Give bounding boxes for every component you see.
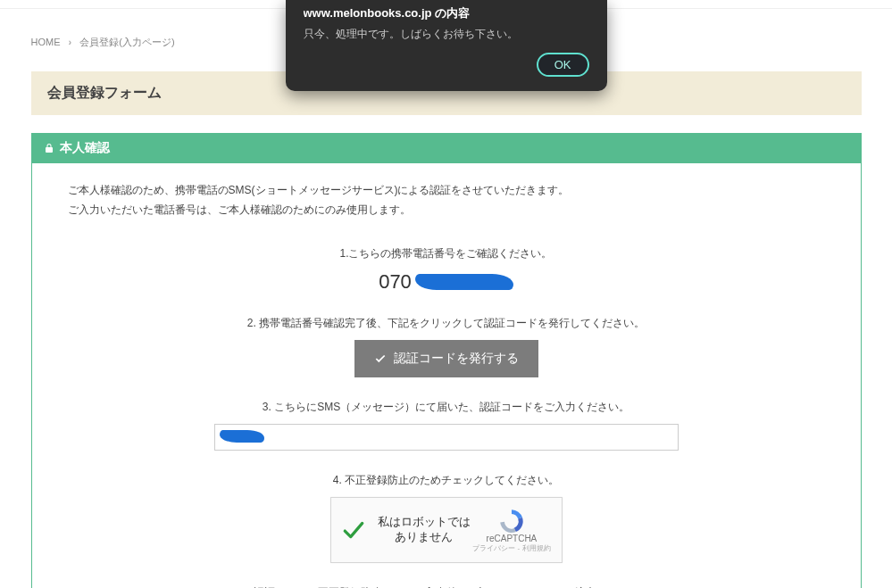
js-alert-dialog: www.melonbooks.co.jp の内容 只今、処理中です。しばらくお待… [286, 0, 607, 91]
step-1: 1.こちらの携帯電話番号をご確認ください。 070 [68, 246, 825, 294]
breadcrumb-current: 会員登録(入力ページ) [79, 37, 174, 47]
recaptcha-logo: reCAPTCHA プライバシー - 利用規約 [472, 507, 550, 553]
chevron-right-icon: › [69, 37, 72, 47]
breadcrumb-home-link[interactable]: HOME [31, 37, 61, 47]
redaction-scribble [415, 274, 513, 290]
auth-code-input[interactable] [214, 424, 679, 451]
step-4: 4. 不正登録防止のためチェックしてください。 私はロボットではありません re… [68, 473, 825, 563]
phone-number-display: 070 [379, 270, 513, 294]
step-2: 2. 携帯電話番号確認完了後、下記をクリックして認証コードを発行してください。 … [68, 316, 825, 377]
section-title: 本人確認 [60, 140, 110, 156]
step-1-label: 1.こちらの携帯電話番号をご確認ください。 [68, 246, 825, 261]
section-body: ご本人様確認のため、携帯電話のSMS(ショートメッセージサービス)による認証をさ… [31, 163, 862, 588]
issue-code-label: 認証コードを発行する [394, 351, 519, 367]
alert-title: www.melonbooks.co.jp の内容 [304, 0, 589, 25]
recaptcha-brand: reCAPTCHA [472, 534, 550, 543]
intro-line-1: ご本人様確認のため、携帯電話のSMS(ショートメッセージサービス)による認証をさ… [68, 181, 825, 201]
recaptcha-icon [497, 507, 526, 532]
lock-icon [44, 143, 54, 153]
section-header-identity: 本人確認 [31, 133, 862, 163]
check-icon [374, 352, 387, 365]
phone-prefix: 070 [379, 270, 412, 294]
step-3: 3. こちらにSMS（メッセージ）にて届いた、認証コードをご入力ください。 [68, 400, 825, 451]
step-2-label: 2. 携帯電話番号確認完了後、下記をクリックして認証コードを発行してください。 [68, 316, 825, 331]
alert-body: 只今、処理中です。しばらくお待ち下さい。 [304, 25, 589, 53]
step-4-label: 4. 不正登録防止のためチェックしてください。 [68, 473, 825, 488]
recaptcha-checkmark-icon [342, 518, 365, 542]
recaptcha-terms: プライバシー - 利用規約 [472, 543, 550, 553]
intro-text: ご本人様確認のため、携帯電話のSMS(ショートメッセージサービス)による認証をさ… [68, 181, 825, 219]
alert-ok-button[interactable]: OK [537, 53, 589, 77]
issue-code-button[interactable]: 認証コードを発行する [354, 340, 538, 377]
recaptcha-label: 私はロボットではありません [376, 515, 473, 545]
step-3-label: 3. こちらにSMS（メッセージ）にて届いた、認証コードをご入力ください。 [68, 400, 825, 415]
intro-line-2: ご入力いただいた電話番号は、ご本人様確認のためにのみ使用します。 [68, 201, 825, 220]
recaptcha-widget[interactable]: 私はロボットではありません reCAPTCHA プライバシー - 利用規約 [330, 497, 563, 563]
